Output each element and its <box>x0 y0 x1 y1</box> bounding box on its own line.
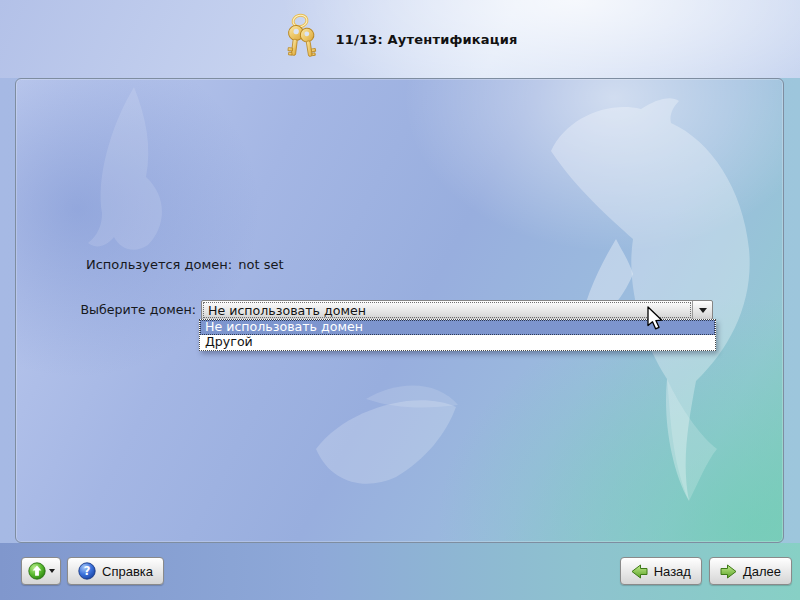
domain-select-label: Выберите домен: <box>16 302 196 317</box>
domain-combobox[interactable]: Не использовать домен <box>201 300 713 320</box>
footer-left-buttons: ? Справка <box>21 557 164 585</box>
main-menu-button[interactable] <box>21 557 61 585</box>
step-title: 11/13: Аутентификация <box>335 32 517 47</box>
dolphin-watermark-left <box>76 87 186 257</box>
caret-down-icon <box>49 569 55 573</box>
next-button-label: Далее <box>743 564 781 579</box>
dropdown-option-other[interactable]: Другой <box>200 335 715 350</box>
footer-right-buttons: Назад Далее <box>620 557 792 585</box>
wave-watermark <box>306 379 566 514</box>
keys-icon <box>282 13 322 65</box>
domain-status-label: Используется домен: <box>86 257 232 272</box>
help-button-label: Справка <box>102 564 153 579</box>
up-arrow-orb-icon <box>28 562 46 580</box>
back-button[interactable]: Назад <box>620 557 702 585</box>
domain-status: Используется домен: not set <box>86 257 284 272</box>
green-right-arrow-icon <box>720 564 737 579</box>
svg-text:?: ? <box>84 564 91 578</box>
question-mark-orb-icon: ? <box>78 562 96 580</box>
dropdown-option-no-domain[interactable]: Не использовать домен <box>200 320 715 335</box>
combo-focus-outline <box>203 302 691 318</box>
back-button-label: Назад <box>654 564 691 579</box>
footer-bar: ? Справка Назад <box>0 543 800 600</box>
wizard-header: 11/13: Аутентификация <box>0 0 800 78</box>
mouse-cursor-arrow <box>646 306 664 332</box>
help-button[interactable]: ? Справка <box>67 557 164 585</box>
chevron-down-icon <box>699 308 707 313</box>
domain-dropdown-list: Не использовать домен Другой <box>199 319 716 351</box>
next-button[interactable]: Далее <box>709 557 792 585</box>
installer-window: 11/13: Аутентификация Используется домен… <box>0 0 800 600</box>
green-left-arrow-icon <box>631 564 648 579</box>
combo-dropdown-button[interactable] <box>692 301 712 319</box>
stage-background: Используется домен: not set Выберите дом… <box>0 78 800 543</box>
domain-status-value: not set <box>238 257 283 272</box>
content-panel: Используется домен: not set Выберите дом… <box>15 78 784 543</box>
